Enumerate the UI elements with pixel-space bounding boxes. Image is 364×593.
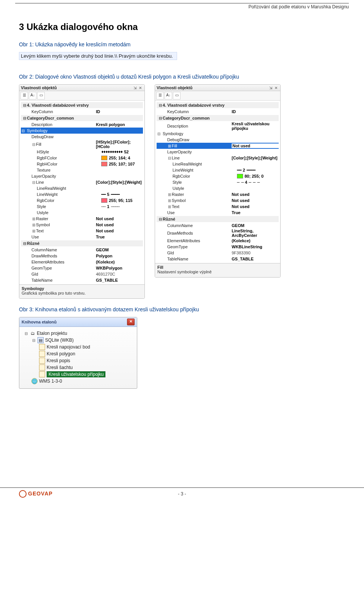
tree-item-selected[interactable]: Kresli uživatelskou přípojku (22, 371, 135, 378)
pin-icon[interactable]: ⇲ (132, 86, 138, 90)
fill-row[interactable]: Fill (172, 144, 177, 148)
color-swatch (101, 162, 107, 166)
panel-left-grid: ⊟4. Vlastnosti databázové vrstvy KeyColu… (19, 101, 144, 284)
pattern-icon: ♦♦♦♦♦♦♦♦♦♦ (101, 150, 122, 155)
caption-fig2: Obr 2: Dialogové okno Vlastnosti objektů… (19, 74, 345, 80)
panel-title-text: Vlastnosti objektů (21, 85, 132, 90)
etalon-tree: ⊟🗂Etalon projektu ⊟▤SQLite (WKB) Kresli … (19, 327, 137, 388)
property-panels: Vlastnosti objektů ⇲ ✕ ☰ A↓ ▭ ⊟4. Vlastn… (19, 84, 345, 299)
panel-right-grid: ⊟4. Vlastnosti databázové vrstvy KeyColu… (155, 101, 280, 263)
panel-left-help: Symbology Grafická symbolika pro tuto vr… (19, 284, 144, 298)
file-icon (39, 371, 45, 377)
caption-fig1: Obr 1: Ukázka nápovědy ke kreslicím meto… (19, 41, 345, 47)
file-icon (39, 358, 45, 364)
symbology-row[interactable]: Symbology (27, 128, 47, 133)
globe-icon: 🌐 (31, 378, 38, 384)
categorized-icon[interactable]: ☰ (156, 92, 164, 99)
close-icon[interactable]: ✕ (138, 86, 143, 90)
tree-root[interactable]: ⊟🗂Etalon projektu (22, 330, 135, 337)
color-swatch (237, 174, 243, 178)
caption-fig3: Obr 3: Knihovna etalonů s aktivovaným do… (19, 306, 345, 312)
color-swatch (101, 156, 107, 160)
header-text: Pořizování dat podle etalonu v Marushka … (0, 4, 349, 9)
file-icon (39, 344, 45, 350)
tree-item[interactable]: Kresli polygon (22, 350, 135, 357)
page-footer: GEOVAP - 3 - (0, 487, 364, 502)
color-swatch (101, 198, 107, 203)
tree-item[interactable]: Kresli popis (22, 357, 135, 364)
page-number: - 3 - (0, 491, 364, 497)
tree-db[interactable]: ⊟▤SQLite (WKB) (22, 337, 135, 344)
etalon-window: Knihovna etalonů ✕ ⊟🗂Etalon projektu ⊟▤S… (19, 317, 137, 389)
panel-right-toolbar: ☰ A↓ ▭ (155, 91, 280, 101)
categorized-icon[interactable]: ☰ (20, 92, 28, 99)
hint-bar: Levým klikem myši vyberte druhý bod lini… (19, 52, 177, 60)
panel-left-toolbar: ☰ A↓ ▭ (19, 91, 144, 101)
page-heading: 3 Ukázka dialogového okna (19, 22, 345, 32)
database-icon: ▤ (38, 337, 44, 343)
etalon-titlebar: Knihovna etalonů ✕ (19, 317, 137, 327)
pin-icon[interactable]: ⇲ (268, 86, 273, 90)
tree-item[interactable]: Kresli šachtu (22, 364, 135, 371)
propertypages-icon[interactable]: ▭ (37, 92, 45, 99)
close-icon[interactable]: ✕ (127, 319, 135, 325)
sort-az-icon[interactable]: A↓ (165, 92, 172, 99)
panel-right: Vlastnosti objektů ⇲ ✕ ☰ A↓ ▭ ⊟4. Vlastn… (155, 84, 281, 278)
collapse-icon[interactable]: ⊟ (22, 103, 27, 107)
folder-icon: 🗂 (30, 331, 35, 336)
tree-item[interactable]: Kresli napojovací bod (22, 344, 135, 350)
file-icon (39, 364, 45, 371)
sort-az-icon[interactable]: A↓ (29, 92, 36, 99)
close-icon[interactable]: ✕ (273, 86, 279, 90)
header-rule (15, 3, 349, 3)
file-icon (39, 351, 45, 357)
panel-left: Vlastnosti objektů ⇲ ✕ ☰ A↓ ▭ ⊟4. Vlastn… (19, 84, 145, 299)
panel-right-help: Fill Nastavení symbologie výplně (155, 263, 280, 277)
propertypages-icon[interactable]: ▭ (173, 92, 180, 99)
panel-right-title: Vlastnosti objektů ⇲ ✕ (155, 85, 280, 91)
tree-wms[interactable]: 🌐WMS 1-3-0 (22, 378, 135, 385)
panel-left-title: Vlastnosti objektů ⇲ ✕ (19, 85, 144, 91)
